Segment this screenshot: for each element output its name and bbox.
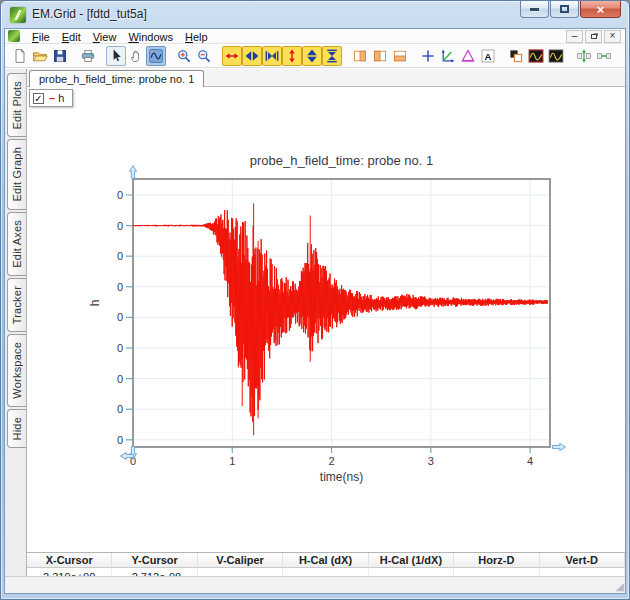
document-tab[interactable]: probe_h_field_time: probe no. 1 <box>29 70 204 87</box>
h-expand-icon <box>224 48 240 64</box>
toolbar: Layout <box>5 45 625 68</box>
document-tab-label: probe_h_field_time: probe no. 1 <box>39 73 194 85</box>
split-columns-button[interactable] <box>350 46 370 66</box>
minimize-icon <box>530 8 539 11</box>
split-columns-alt-button[interactable] <box>370 46 390 66</box>
expand-plots-h-button[interactable] <box>594 46 614 66</box>
mdi-minimize-button[interactable]: – <box>566 30 583 43</box>
svg-text:0: 0 <box>117 434 123 446</box>
wave-red-icon <box>528 48 544 64</box>
expand-y-button[interactable] <box>282 46 302 66</box>
plot-style-dark-button[interactable] <box>546 46 566 66</box>
open-file-button[interactable] <box>30 46 50 66</box>
edit-axes-button[interactable] <box>438 46 458 66</box>
wave-dark-icon <box>548 48 564 64</box>
clone-plot-button[interactable] <box>506 46 526 66</box>
app-window: EM.Grid - [fdtd_tut5a] × FileEditViewWin… <box>0 0 630 600</box>
sidebar-tab-tracker[interactable]: Tracker <box>7 278 26 332</box>
textA-icon <box>480 48 496 64</box>
cursor-col-header: V-Caliper <box>198 553 283 568</box>
document-logo-icon <box>8 30 20 42</box>
sidebar: Edit PlotsEdit GraphEdit AxesTrackerWork… <box>5 69 26 576</box>
resize-grip-icon[interactable]: ◢ <box>616 580 624 593</box>
split-rows-button[interactable] <box>390 46 410 66</box>
fit-x-button[interactable] <box>262 46 282 66</box>
save-icon <box>52 48 68 64</box>
pan-tool-button[interactable] <box>126 46 146 66</box>
row-split-icon <box>392 48 408 64</box>
boxes-h-icon <box>596 48 612 64</box>
wave-tool-button[interactable] <box>146 46 166 66</box>
svg-text:probe_h_field_time: probe no.: probe_h_field_time: probe no. 1 <box>250 153 434 168</box>
print-button[interactable] <box>78 46 98 66</box>
menu-view[interactable]: View <box>87 30 123 44</box>
caliper-icon <box>460 48 476 64</box>
layout-button[interactable]: Layout <box>622 46 625 66</box>
svg-text:0: 0 <box>117 403 123 415</box>
window-title: EM.Grid - [fdtd_tut5a] <box>32 7 147 21</box>
sidebar-tab-edit-graph[interactable]: Edit Graph <box>7 139 26 210</box>
text-annotation-button[interactable] <box>478 46 498 66</box>
plot[interactable]: .grid{stroke:#e5ecf2;stroke-width:1}.fra… <box>27 87 624 552</box>
restore-icon <box>560 5 569 13</box>
plot-canvas[interactable]: ✓ – h .grid{stroke:#e5ecf2;stroke-width:… <box>27 87 625 552</box>
sidebar-tab-edit-axes[interactable]: Edit Axes <box>7 212 26 276</box>
caliper-button[interactable] <box>458 46 478 66</box>
legend-box: ✓ – h <box>29 89 73 107</box>
document-tab-bar: probe_h_field_time: probe no. 1 <box>27 69 625 87</box>
zoom-out-button[interactable] <box>194 46 214 66</box>
title-bar[interactable]: EM.Grid - [fdtd_tut5a] × <box>1 1 629 28</box>
axes-icon <box>440 48 456 64</box>
plot-style-red-button[interactable] <box>526 46 546 66</box>
expand-plots-v-button[interactable] <box>574 46 594 66</box>
new-file-button[interactable] <box>10 46 30 66</box>
cursor-icon <box>108 48 124 64</box>
main-area: Edit PlotsEdit GraphEdit AxesTrackerWork… <box>5 69 625 576</box>
svg-text:3: 3 <box>428 455 434 467</box>
mdi-restore-button[interactable] <box>585 30 602 43</box>
menu-file[interactable]: File <box>26 30 56 44</box>
menu-windows[interactable]: Windows <box>122 30 179 44</box>
shrink-y-button[interactable] <box>302 46 322 66</box>
crosshair-button[interactable] <box>418 46 438 66</box>
menu-bar: FileEditViewWindowsHelp – × <box>5 29 625 44</box>
close-button[interactable]: × <box>580 1 621 18</box>
fit-y-button[interactable] <box>322 46 342 66</box>
sidebar-tab-workspace[interactable]: Workspace <box>7 334 26 407</box>
minimize-button[interactable] <box>520 1 549 18</box>
mdi-close-button[interactable]: × <box>604 30 621 43</box>
v-tris-out-icon <box>304 48 320 64</box>
legend-line-swatch: – <box>49 92 55 104</box>
app-logo-icon <box>10 7 26 23</box>
status-bar: ◢ <box>5 576 625 593</box>
sidebar-tab-edit-plots[interactable]: Edit Plots <box>7 73 26 137</box>
zoom-out-icon <box>196 48 212 64</box>
v-tris-in-icon <box>324 48 340 64</box>
shrink-x-button[interactable] <box>242 46 262 66</box>
hand-icon <box>128 48 144 64</box>
svg-text:0: 0 <box>117 189 123 201</box>
legend-series-label: h <box>58 92 64 104</box>
new-icon <box>12 48 28 64</box>
restore-button[interactable] <box>550 1 579 18</box>
menu-items: FileEditViewWindowsHelp <box>26 27 214 45</box>
sidebar-tab-label: Edit Graph <box>11 147 23 202</box>
svg-text:1: 1 <box>229 455 235 467</box>
svg-text:0: 0 <box>117 281 123 293</box>
svg-text:0: 0 <box>117 250 123 262</box>
expand-x-button[interactable] <box>222 46 242 66</box>
h-tris-out-icon <box>244 48 260 64</box>
select-tool-button[interactable] <box>106 46 126 66</box>
cursor-col-header: Vert-D <box>540 553 625 568</box>
zoom-in-icon <box>176 48 192 64</box>
sidebar-tab-hide[interactable]: Hide <box>7 409 26 448</box>
menu-edit[interactable]: Edit <box>56 30 87 44</box>
col-split-icon <box>352 48 368 64</box>
boxes-v-icon <box>576 48 592 64</box>
legend-checkbox[interactable]: ✓ <box>33 93 44 104</box>
zoom-in-button[interactable] <box>174 46 194 66</box>
svg-text:h: h <box>88 300 102 307</box>
save-button[interactable] <box>50 46 70 66</box>
open-icon <box>32 48 48 64</box>
menu-help[interactable]: Help <box>179 30 214 44</box>
